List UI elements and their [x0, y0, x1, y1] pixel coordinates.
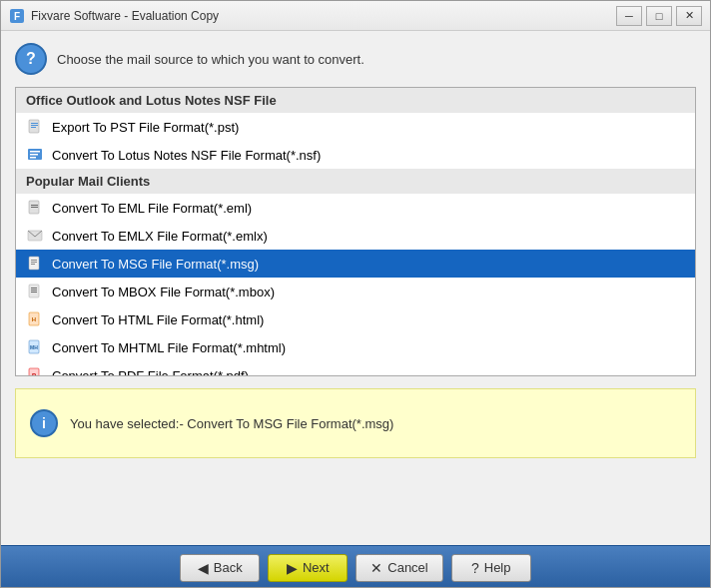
list-item-icon: MH — [26, 338, 44, 356]
cancel-button[interactable]: ✕ Cancel — [356, 554, 442, 582]
svg-rect-20 — [31, 290, 37, 291]
info-box-icon: i — [30, 409, 58, 437]
info-box: i You have selected:- Convert To MSG Fil… — [15, 388, 696, 458]
list-item-icon — [26, 227, 44, 245]
svg-rect-21 — [31, 292, 37, 293]
svg-rect-3 — [31, 123, 38, 124]
list-item-label: Convert To Lotus Notes NSF File Format(*… — [52, 148, 321, 163]
svg-rect-8 — [30, 154, 38, 156]
list-group-header: Popular Mail Clients — [16, 169, 695, 194]
format-list[interactable]: Office Outlook and Lotus Notes NSF FileE… — [15, 87, 696, 376]
group-header-label: Office Outlook and Lotus Notes NSF File — [26, 93, 277, 108]
svg-rect-2 — [29, 120, 39, 133]
svg-rect-11 — [31, 205, 38, 206]
cancel-icon: ✕ — [370, 560, 382, 576]
next-label: Next — [303, 560, 330, 575]
svg-rect-12 — [31, 207, 38, 208]
header: ? Choose the mail source to which you wa… — [15, 43, 696, 75]
window-title: Fixvare Software - Evaluation Copy — [31, 9, 616, 23]
group-header-label: Popular Mail Clients — [26, 174, 150, 189]
list-item[interactable]: Convert To EMLX File Format(*.emlx) — [16, 222, 695, 250]
app-window: F Fixvare Software - Evaluation Copy ─ □… — [1, 1, 710, 588]
svg-rect-19 — [31, 288, 37, 289]
list-item[interactable]: HConvert To HTML File Format(*.html) — [16, 305, 695, 333]
svg-text:MH: MH — [30, 344, 38, 350]
close-button[interactable]: ✕ — [676, 6, 702, 26]
list-group-header: Office Outlook and Lotus Notes NSF File — [16, 88, 695, 113]
cancel-label: Cancel — [387, 560, 427, 575]
svg-text:H: H — [32, 316, 36, 322]
next-icon: ▶ — [287, 560, 298, 576]
maximize-button[interactable]: □ — [646, 6, 672, 26]
list-item-label: Convert To PDF File Format(*.pdf) — [52, 368, 249, 377]
main-content: ? Choose the mail source to which you wa… — [1, 31, 710, 470]
list-item-icon — [26, 255, 44, 273]
list-item-label: Convert To HTML File Format(*.html) — [52, 312, 264, 327]
svg-text:P: P — [32, 372, 36, 376]
window-controls: ─ □ ✕ — [616, 6, 702, 26]
list-item-label: Convert To MSG File Format(*.msg) — [52, 257, 259, 272]
list-item-label: Convert To EML File Format(*.eml) — [52, 201, 252, 216]
svg-rect-7 — [30, 151, 40, 153]
svg-rect-14 — [29, 257, 39, 270]
list-item[interactable]: Export To PST File Format(*.pst) — [16, 113, 695, 141]
minimize-button[interactable]: ─ — [616, 6, 642, 26]
list-item[interactable]: Convert To EML File Format(*.eml) — [16, 194, 695, 222]
back-icon: ◀ — [198, 560, 209, 576]
svg-rect-4 — [31, 125, 38, 126]
list-item[interactable]: MHConvert To MHTML File Format(*.mhtml) — [16, 333, 695, 361]
list-item[interactable]: Convert To MBOX File Format(*.mbox) — [16, 278, 695, 305]
list-item-label: Convert To MHTML File Format(*.mhtml) — [52, 340, 286, 355]
svg-rect-16 — [31, 262, 37, 263]
list-item-icon — [26, 283, 44, 300]
help-button[interactable]: ? Help — [451, 554, 531, 582]
list-item-icon: H — [26, 310, 44, 328]
info-box-text: You have selected:- Convert To MSG File … — [70, 416, 393, 431]
next-button[interactable]: ▶ Next — [268, 554, 348, 582]
svg-text:F: F — [14, 11, 20, 22]
help-label: Help — [484, 560, 511, 575]
app-icon: F — [9, 8, 25, 24]
list-item[interactable]: Convert To MSG File Format(*.msg) — [16, 250, 695, 278]
header-icon: ? — [15, 43, 47, 75]
help-icon: ? — [471, 560, 479, 576]
list-item-icon — [26, 199, 44, 217]
svg-rect-17 — [31, 264, 35, 265]
header-text: Choose the mail source to which you want… — [57, 52, 364, 67]
svg-rect-5 — [31, 127, 36, 128]
svg-rect-18 — [29, 285, 39, 297]
back-button[interactable]: ◀ Back — [180, 554, 260, 582]
list-item[interactable]: PConvert To PDF File Format(*.pdf) — [16, 361, 695, 376]
list-item-label: Export To PST File Format(*.pst) — [52, 120, 239, 135]
list-item-icon: P — [26, 366, 44, 376]
bottom-toolbar: ◀ Back ▶ Next ✕ Cancel ? Help — [1, 545, 710, 588]
back-label: Back — [214, 560, 243, 575]
svg-rect-15 — [31, 260, 37, 261]
title-bar: F Fixvare Software - Evaluation Copy ─ □… — [1, 1, 710, 31]
list-item-label: Convert To MBOX File Format(*.mbox) — [52, 285, 275, 299]
list-item-icon — [26, 118, 44, 136]
list-item-icon — [26, 146, 44, 164]
list-item-label: Convert To EMLX File Format(*.emlx) — [52, 229, 268, 244]
svg-rect-9 — [30, 157, 36, 159]
list-item[interactable]: Convert To Lotus Notes NSF File Format(*… — [16, 141, 695, 169]
